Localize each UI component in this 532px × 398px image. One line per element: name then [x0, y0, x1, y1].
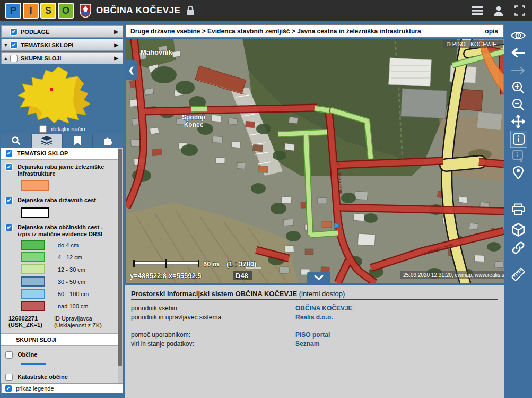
class-swatch: [21, 252, 45, 262]
municipal-roads-checkbox[interactable]: ✔: [5, 224, 13, 231]
prikaz-legende-checkbox[interactable]: ✔: [5, 385, 12, 392]
legend-class-row: 4 - 12 cm: [21, 252, 123, 262]
tematski-sklop-header: ✔ TEMATSKI SKLOP: [1, 148, 123, 160]
scrollbar-thumb[interactable]: [118, 149, 122, 366]
info-tool-icon[interactable]: [510, 131, 527, 148]
forward-arrow-icon[interactable]: [510, 63, 526, 79]
sources-link[interactable]: Seznam: [295, 340, 498, 349]
pan-icon[interactable]: [510, 114, 526, 129]
tab-search[interactable]: [1, 134, 32, 148]
chevron-right-icon[interactable]: ▶: [114, 42, 118, 48]
tab-layers[interactable]: [32, 134, 63, 148]
row-label: viri in stanje podatkov:: [131, 340, 295, 349]
logo-letter-i: I: [23, 3, 39, 19]
zoom-in-icon[interactable]: [510, 80, 526, 96]
skupni-checkbox[interactable]: ✔: [10, 55, 18, 62]
content-provider-link[interactable]: OBČINA KOČEVJE: [295, 304, 498, 313]
legend-panel: ✔ TEMATSKI SKLOP ✔ Dejanska raba javne ž…: [1, 148, 123, 383]
chevron-right-icon[interactable]: ▶: [114, 55, 118, 61]
legend-class-row: do 4 cm: [21, 240, 123, 250]
tab-addons[interactable]: [93, 134, 123, 148]
state-roads-swatch: [21, 207, 49, 218]
map-watermark: © PISO - KOČEVJE: [447, 41, 496, 47]
id-usk: (USK_ZK=1): [8, 322, 42, 328]
menu-icon[interactable]: [470, 4, 484, 18]
back-arrow-icon[interactable]: [510, 45, 526, 60]
legend-layer-state-roads: ✔ Dejanska raba državnih cest: [1, 193, 123, 204]
coat-of-arms-icon: [79, 3, 92, 18]
datum-badge[interactable]: D48: [236, 272, 248, 280]
municipal-roads-label: Dejanska raba občinskih cest - izpis iz …: [18, 224, 110, 238]
railway-label: Dejanska raba javne železniške infrastru…: [18, 163, 110, 177]
panel-tematski-sklopi[interactable]: ▼ ✔ TEMATSKI SKLOPI ▶: [1, 39, 123, 51]
chevron-right-icon[interactable]: ▶: [114, 29, 118, 34]
scale-ratio[interactable]: (1 : 3780): [226, 260, 256, 268]
sidebar-collapse-button[interactable]: ❮: [126, 60, 137, 80]
main-area: Druge državne vsebine > Evidenca stavbni…: [125, 21, 532, 398]
panel-expand-button[interactable]: [307, 272, 330, 283]
skupni-sloji-title: SKUPNI SLOJI: [16, 336, 56, 343]
detail-mode-label: detajlni način: [51, 126, 85, 132]
logo-letter-s: S: [40, 3, 56, 19]
user-icon[interactable]: [492, 4, 505, 18]
legend-class-row: 50 - 100 cm: [21, 289, 123, 299]
info-group-icon[interactable]: g: [510, 148, 526, 163]
obcine-checkbox[interactable]: ✔: [5, 351, 13, 359]
system-provider-link[interactable]: Realis d.o.o.: [295, 313, 498, 322]
access-type: (interni dostop): [297, 290, 345, 298]
legend-class-row: 30 - 50 cm: [21, 276, 123, 287]
history-eye-icon[interactable]: [510, 28, 526, 44]
legend-footer: ✔ prikaz legende: [1, 383, 123, 393]
map-toolbar: g: [504, 21, 532, 398]
map-canvas[interactable]: Ljubljanska cesta Ljubljanska cesta Maho…: [126, 39, 504, 283]
panel-tematski-label: TEMATSKI SKLOPI: [21, 42, 73, 48]
opis-button[interactable]: opis: [482, 27, 501, 36]
detail-mode-checkbox[interactable]: ✔: [39, 125, 47, 133]
collapse-arrow-icon[interactable]: ▼: [2, 42, 10, 48]
prikaz-legende-label: prikaz legende: [16, 385, 54, 392]
map-timestamp: 25.09.2020 12:31:20, ewmap, www.realis.s…: [403, 272, 504, 278]
tematski-sklop-checkbox[interactable]: ✔: [5, 150, 13, 157]
panel-podlage[interactable]: ✔ PODLAGE ▶: [1, 25, 123, 38]
place-label-spodnji: Spodnji: [182, 114, 205, 121]
detail-mode-row: ✔ detajlni način: [0, 125, 125, 133]
cube-3d-icon[interactable]: [510, 222, 526, 238]
info-panel-title: Prostorski informacijski sistem OBČINA K…: [131, 290, 498, 300]
info-row: ponudnik vsebin: OBČINA KOČEVJE: [131, 304, 498, 313]
help-link[interactable]: PISO portal: [295, 331, 498, 340]
tematski-checkbox[interactable]: ✔: [10, 41, 18, 49]
katastrske-checkbox[interactable]: ✔: [5, 374, 13, 381]
obcine-swatch: [21, 363, 46, 365]
ruler-icon[interactable]: [510, 266, 526, 282]
breadcrumb: Druge državne vsebine > Evidenca stavbni…: [126, 24, 504, 38]
info-panel: Prostorski informacijski sistem OBČINA K…: [125, 285, 504, 398]
legend-layer-katastrske: ✔ Katastrske občine: [1, 366, 123, 381]
legend-layer-railway: ✔ Dejanska raba javne železniške infrast…: [1, 160, 123, 177]
logo-letter-o: O: [58, 3, 74, 19]
place-label-konec: Konec: [184, 121, 204, 128]
railway-checkbox[interactable]: ✔: [5, 163, 13, 171]
tab-bookmark[interactable]: [63, 134, 93, 148]
panel-skupni-sloji[interactable]: ▲ ✔ SKUPNI SLOJI ▶: [1, 52, 123, 64]
railway-swatch: [21, 180, 49, 191]
lock-icon: [186, 5, 195, 16]
zoom-out-icon[interactable]: [510, 97, 526, 113]
legend-scrollbar[interactable]: [118, 148, 123, 383]
class-label: 50 - 100 cm: [58, 291, 89, 297]
expand-arrow-icon[interactable]: ▲: [2, 56, 10, 61]
print-icon[interactable]: [510, 202, 526, 218]
link-icon[interactable]: [510, 240, 526, 256]
class-swatch: [21, 301, 45, 311]
breadcrumb-path[interactable]: Druge državne vsebine > Evidenca stavbni…: [130, 28, 482, 35]
legend-id-row: 126002271 (USK_ZK=1) ID Upravljavca (Usk…: [1, 313, 123, 333]
state-roads-checkbox[interactable]: ✔: [5, 197, 13, 204]
piso-logo[interactable]: P I S O: [5, 3, 74, 19]
fullscreen-icon[interactable]: [513, 4, 527, 18]
legend-class-row: 12 - 30 cm: [21, 264, 123, 274]
podlage-checkbox[interactable]: ✔: [10, 28, 18, 36]
municipality-overview-map[interactable]: [5, 65, 119, 124]
place-label-mahovnik: Mahovnik: [141, 48, 173, 56]
location-pin-icon[interactable]: [510, 165, 526, 180]
legend-class-row: nad 100 cm: [21, 301, 123, 311]
map-viewport[interactable]: Ljubljanska cesta Ljubljanska cesta Maho…: [126, 39, 504, 283]
